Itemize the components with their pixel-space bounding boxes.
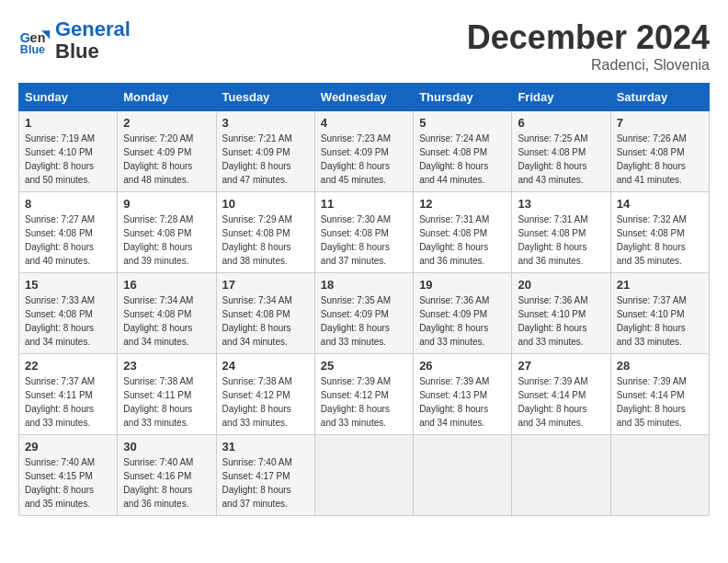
day-number: 17: [222, 278, 309, 292]
calendar-cell: 28Sunrise: 7:39 AMSunset: 4:14 PMDayligh…: [610, 354, 709, 435]
cell-details: Sunrise: 7:23 AMSunset: 4:09 PMDaylight:…: [321, 132, 407, 187]
day-number: 15: [25, 278, 111, 292]
calendar-cell: 17Sunrise: 7:34 AMSunset: 4:08 PMDayligh…: [216, 273, 314, 354]
calendar-header-row: SundayMondayTuesdayWednesdayThursdayFrid…: [19, 84, 710, 111]
cell-details: Sunrise: 7:21 AMSunset: 4:09 PMDaylight:…: [222, 132, 309, 187]
calendar-cell: 3Sunrise: 7:21 AMSunset: 4:09 PMDaylight…: [216, 111, 314, 192]
cell-details: Sunrise: 7:26 AMSunset: 4:08 PMDaylight:…: [617, 132, 703, 187]
day-number: 18: [321, 278, 407, 292]
calendar-day-header: Monday: [118, 84, 216, 111]
calendar-cell: 9Sunrise: 7:28 AMSunset: 4:08 PMDaylight…: [118, 192, 216, 273]
day-number: 11: [321, 197, 407, 211]
day-number: 3: [222, 116, 309, 130]
calendar-cell: 15Sunrise: 7:33 AMSunset: 4:08 PMDayligh…: [19, 273, 118, 354]
calendar-cell: 13Sunrise: 7:31 AMSunset: 4:08 PMDayligh…: [512, 192, 610, 273]
calendar-day-header: Thursday: [414, 84, 512, 111]
day-number: 13: [518, 197, 604, 211]
calendar-cell: 27Sunrise: 7:39 AMSunset: 4:14 PMDayligh…: [512, 354, 610, 435]
cell-details: Sunrise: 7:36 AMSunset: 4:10 PMDaylight:…: [518, 293, 604, 349]
cell-details: Sunrise: 7:19 AMSunset: 4:10 PMDaylight:…: [25, 132, 111, 187]
calendar-body: 1Sunrise: 7:19 AMSunset: 4:10 PMDaylight…: [19, 111, 710, 516]
calendar-cell: 7Sunrise: 7:26 AMSunset: 4:08 PMDaylight…: [610, 111, 709, 192]
calendar-cell: 10Sunrise: 7:29 AMSunset: 4:08 PMDayligh…: [216, 192, 314, 273]
calendar-cell: 18Sunrise: 7:35 AMSunset: 4:09 PMDayligh…: [314, 273, 413, 354]
svg-text:G: G: [20, 30, 30, 45]
cell-details: Sunrise: 7:35 AMSunset: 4:09 PMDaylight:…: [321, 293, 407, 349]
calendar-cell: [610, 435, 709, 516]
day-number: 8: [25, 197, 111, 211]
cell-details: Sunrise: 7:39 AMSunset: 4:14 PMDaylight:…: [518, 374, 604, 430]
calendar-day-header: Sunday: [19, 84, 118, 111]
cell-details: Sunrise: 7:34 AMSunset: 4:08 PMDaylight:…: [123, 293, 210, 349]
calendar-cell: 20Sunrise: 7:36 AMSunset: 4:10 PMDayligh…: [512, 273, 610, 354]
day-number: 22: [25, 359, 111, 373]
day-number: 9: [123, 197, 210, 211]
cell-details: Sunrise: 7:40 AMSunset: 4:17 PMDaylight:…: [222, 455, 309, 511]
page-header: G e n Blue GeneralBlue December 2024 Rad…: [18, 18, 710, 74]
calendar-cell: 22Sunrise: 7:37 AMSunset: 4:11 PMDayligh…: [19, 354, 118, 435]
day-number: 14: [617, 197, 703, 211]
cell-details: Sunrise: 7:39 AMSunset: 4:12 PMDaylight:…: [321, 374, 407, 430]
calendar-cell: 29Sunrise: 7:40 AMSunset: 4:15 PMDayligh…: [19, 435, 118, 516]
calendar-cell: 5Sunrise: 7:24 AMSunset: 4:08 PMDaylight…: [414, 111, 512, 192]
day-number: 5: [419, 116, 506, 130]
calendar-cell: 12Sunrise: 7:31 AMSunset: 4:08 PMDayligh…: [414, 192, 512, 273]
cell-details: Sunrise: 7:32 AMSunset: 4:08 PMDaylight:…: [617, 213, 703, 268]
cell-details: Sunrise: 7:38 AMSunset: 4:11 PMDaylight:…: [123, 374, 210, 430]
calendar-cell: 14Sunrise: 7:32 AMSunset: 4:08 PMDayligh…: [610, 192, 709, 273]
calendar-cell: 2Sunrise: 7:20 AMSunset: 4:09 PMDaylight…: [118, 111, 216, 192]
cell-details: Sunrise: 7:29 AMSunset: 4:08 PMDaylight:…: [222, 213, 309, 268]
calendar-cell: [414, 435, 512, 516]
calendar-cell: 6Sunrise: 7:25 AMSunset: 4:08 PMDaylight…: [512, 111, 610, 192]
svg-text:Blue: Blue: [20, 44, 45, 57]
day-number: 6: [518, 116, 604, 130]
calendar-cell: 30Sunrise: 7:40 AMSunset: 4:16 PMDayligh…: [118, 435, 216, 516]
logo-icon: G e n Blue: [18, 24, 51, 57]
cell-details: Sunrise: 7:31 AMSunset: 4:08 PMDaylight:…: [518, 213, 604, 268]
day-number: 30: [123, 440, 210, 454]
cell-details: Sunrise: 7:24 AMSunset: 4:08 PMDaylight:…: [419, 132, 506, 187]
cell-details: Sunrise: 7:36 AMSunset: 4:09 PMDaylight:…: [419, 293, 506, 349]
cell-details: Sunrise: 7:25 AMSunset: 4:08 PMDaylight:…: [518, 132, 604, 187]
calendar-cell: 8Sunrise: 7:27 AMSunset: 4:08 PMDaylight…: [19, 192, 118, 273]
day-number: 10: [222, 197, 309, 211]
day-number: 27: [518, 359, 604, 373]
location: Radenci, Slovenia: [467, 57, 710, 74]
day-number: 26: [419, 359, 506, 373]
calendar-day-header: Tuesday: [216, 84, 314, 111]
cell-details: Sunrise: 7:40 AMSunset: 4:16 PMDaylight:…: [123, 455, 210, 511]
calendar-cell: 1Sunrise: 7:19 AMSunset: 4:10 PMDaylight…: [19, 111, 118, 192]
cell-details: Sunrise: 7:37 AMSunset: 4:10 PMDaylight:…: [617, 293, 703, 349]
day-number: 21: [617, 278, 703, 292]
cell-details: Sunrise: 7:39 AMSunset: 4:13 PMDaylight:…: [419, 374, 506, 430]
calendar-cell: [512, 435, 610, 516]
calendar-cell: 11Sunrise: 7:30 AMSunset: 4:08 PMDayligh…: [314, 192, 413, 273]
calendar-day-header: Wednesday: [314, 84, 413, 111]
day-number: 23: [123, 359, 210, 373]
cell-details: Sunrise: 7:30 AMSunset: 4:08 PMDaylight:…: [321, 213, 407, 268]
cell-details: Sunrise: 7:31 AMSunset: 4:08 PMDaylight:…: [419, 213, 506, 268]
cell-details: Sunrise: 7:33 AMSunset: 4:08 PMDaylight:…: [25, 293, 111, 349]
month-title: December 2024: [467, 18, 710, 57]
calendar-cell: 23Sunrise: 7:38 AMSunset: 4:11 PMDayligh…: [118, 354, 216, 435]
day-number: 7: [617, 116, 703, 130]
calendar-cell: 24Sunrise: 7:38 AMSunset: 4:12 PMDayligh…: [216, 354, 314, 435]
calendar-cell: 16Sunrise: 7:34 AMSunset: 4:08 PMDayligh…: [118, 273, 216, 354]
day-number: 1: [25, 116, 111, 130]
calendar-cell: 19Sunrise: 7:36 AMSunset: 4:09 PMDayligh…: [414, 273, 512, 354]
calendar-cell: 25Sunrise: 7:39 AMSunset: 4:12 PMDayligh…: [314, 354, 413, 435]
calendar-week-row: 29Sunrise: 7:40 AMSunset: 4:15 PMDayligh…: [19, 435, 710, 516]
calendar-week-row: 1Sunrise: 7:19 AMSunset: 4:10 PMDaylight…: [19, 111, 710, 192]
day-number: 25: [321, 359, 407, 373]
calendar-day-header: Friday: [512, 84, 610, 111]
day-number: 2: [123, 116, 210, 130]
svg-text:e: e: [30, 30, 38, 45]
cell-details: Sunrise: 7:39 AMSunset: 4:14 PMDaylight:…: [617, 374, 703, 430]
cell-details: Sunrise: 7:34 AMSunset: 4:08 PMDaylight:…: [222, 293, 309, 349]
calendar-week-row: 22Sunrise: 7:37 AMSunset: 4:11 PMDayligh…: [19, 354, 710, 435]
calendar-cell: 4Sunrise: 7:23 AMSunset: 4:09 PMDaylight…: [314, 111, 413, 192]
calendar-day-header: Saturday: [610, 84, 709, 111]
cell-details: Sunrise: 7:27 AMSunset: 4:08 PMDaylight:…: [25, 213, 111, 268]
cell-details: Sunrise: 7:37 AMSunset: 4:11 PMDaylight:…: [25, 374, 111, 430]
calendar-week-row: 8Sunrise: 7:27 AMSunset: 4:08 PMDaylight…: [19, 192, 710, 273]
